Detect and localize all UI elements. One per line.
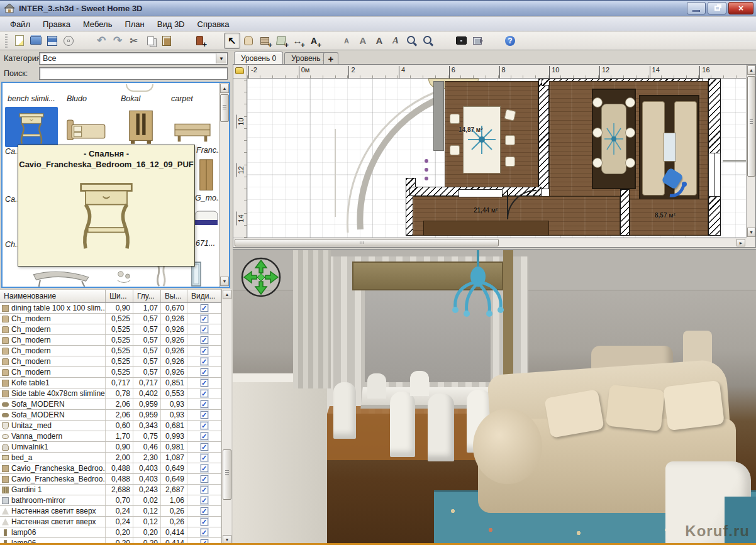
plan-horizontal-scrollbar[interactable]: ► (233, 238, 746, 247)
scroll-right-icon[interactable]: ► (737, 239, 745, 246)
visible-checkbox[interactable]: ✓ (201, 368, 208, 376)
catalog-item[interactable] (108, 267, 140, 288)
table-row[interactable]: Side table 40x78cm slimline 0,78 0,402 0… (0, 388, 221, 399)
toolbar-button[interactable] (158, 33, 175, 49)
toolbar-button[interactable] (289, 33, 306, 49)
catalog-item-label[interactable]: Ca... (5, 147, 18, 156)
toolbar-button[interactable] (126, 33, 142, 49)
toolbar-button[interactable] (306, 33, 322, 49)
restore-button[interactable] (708, 2, 726, 14)
table-row[interactable]: Unitaz_med 0,60 0,343 0,681 ✓ (0, 421, 221, 431)
visible-checkbox[interactable]: ✓ (201, 304, 208, 312)
toolbar-button[interactable] (77, 33, 93, 49)
catalog-item[interactable] (194, 206, 219, 228)
visible-checkbox[interactable]: ✓ (201, 422, 208, 429)
visible-checkbox[interactable]: ✓ (201, 358, 208, 365)
toolbar-button[interactable] (502, 33, 518, 49)
scroll-thumb[interactable] (235, 239, 499, 246)
visible-checkbox[interactable]: ✓ (201, 507, 208, 515)
visible-checkbox[interactable]: ✓ (201, 518, 208, 526)
catalog-item-label[interactable]: Ca... (5, 195, 18, 204)
catalog-item[interactable] (116, 108, 166, 146)
table-row[interactable]: Cavio_Francheska_Bedroo... 0,488 0,403 0… (0, 474, 221, 485)
toolbar-button[interactable] (208, 33, 224, 49)
toolbar-button[interactable] (191, 33, 208, 49)
visible-checkbox[interactable]: ✓ (201, 529, 208, 536)
visible-checkbox[interactable]: ✓ (201, 443, 208, 451)
catalog-item[interactable] (20, 267, 102, 288)
toolbar-button[interactable] (93, 33, 109, 49)
menu-item[interactable]: Вид 3D (151, 18, 191, 31)
toolbar-button[interactable] (338, 33, 355, 49)
scroll-thumb[interactable] (747, 76, 755, 177)
visible-checkbox[interactable]: ✓ (201, 400, 208, 408)
title-bar[interactable]: INTER_3.sh3d - Sweet Home 3D × (0, 0, 756, 16)
catalog-item-label[interactable]: Bokal (121, 94, 140, 103)
table-row[interactable]: Ch_modern 0,525 0,57 0,926 ✓ (0, 367, 221, 378)
table-row[interactable]: Cavio_Francheska_Bedroo... 0,488 0,403 0… (0, 463, 221, 474)
floor-plan-canvas[interactable]: 14,87 м² Гостиная 42,02 м² (247, 79, 746, 238)
visible-checkbox[interactable]: ✓ (201, 326, 208, 333)
menu-item[interactable]: Файл (4, 18, 36, 31)
toolbar-button[interactable] (404, 33, 420, 49)
furniture-list[interactable]: Наименование Ши... Глу... Вы... Види... … (0, 289, 231, 545)
column-header-name[interactable]: Наименование (0, 290, 106, 302)
table-row[interactable]: Umivalnik1 0,90 0,46 0,981 ✓ (0, 442, 221, 453)
toolbar-button[interactable] (60, 33, 77, 49)
visible-checkbox[interactable]: ✓ (201, 486, 208, 493)
catalog-item[interactable] (167, 114, 218, 145)
toolbar-button[interactable] (371, 33, 387, 49)
menu-item[interactable]: Справка (191, 18, 236, 31)
scroll-down-icon[interactable]: ▼ (747, 228, 755, 237)
catalog-item[interactable] (146, 263, 177, 288)
category-select[interactable]: Все ▼ (39, 52, 228, 65)
add-level-button[interactable]: + (323, 52, 338, 64)
visible-checkbox[interactable]: ✓ (201, 390, 208, 397)
scroll-thumb[interactable] (223, 449, 231, 500)
minimize-button[interactable] (687, 2, 706, 14)
plan-vertical-scrollbar[interactable]: ▲ ▼ (746, 65, 755, 238)
close-button[interactable]: × (728, 2, 753, 14)
chevron-down-icon[interactable]: ▼ (216, 53, 226, 63)
toolbar-grip[interactable] (5, 34, 8, 48)
menu-item[interactable]: План (118, 18, 150, 31)
toolbar-button[interactable] (322, 33, 338, 49)
table-row[interactable]: Sofa_MODERN 2,06 0,959 0,93 ✓ (0, 399, 221, 410)
table-row[interactable]: dining table 100 x 100 slim... 0,90 1,07… (0, 303, 221, 314)
scroll-up-icon[interactable]: ▲ (223, 290, 231, 299)
search-input[interactable] (39, 67, 228, 80)
column-header-width[interactable]: Ши... (106, 290, 133, 302)
visible-checkbox[interactable]: ✓ (201, 347, 208, 355)
table-row[interactable]: lamp06 0,20 0,20 0,414 ✓ (0, 527, 221, 538)
table-row[interactable]: Ch_modern 0,525 0,57 0,926 ✓ (0, 324, 221, 335)
toolbar-button[interactable] (436, 33, 453, 49)
visible-checkbox[interactable]: ✓ (201, 539, 208, 545)
catalog-item[interactable] (195, 157, 218, 194)
view3d-canvas[interactable]: Koruf.ru (233, 249, 756, 545)
plan-corner[interactable] (233, 65, 247, 79)
toolbar-button[interactable] (44, 33, 60, 49)
toolbar-button[interactable] (387, 33, 404, 49)
table-row[interactable]: bathroom-mirror 0,70 0,02 1,06 ✓ (0, 495, 221, 506)
navigation-compass[interactable] (240, 256, 282, 298)
menu-item[interactable]: Мебель (77, 18, 119, 31)
table-row[interactable]: Gardini 1 2,688 0,243 2,687 ✓ (0, 485, 221, 495)
toolbar-button[interactable] (420, 33, 436, 49)
catalog-item-selected[interactable] (5, 107, 58, 147)
table-row[interactable]: lamp06 0,20 0,20 0,414 ✓ (0, 538, 221, 545)
column-header-visible[interactable]: Види... (187, 290, 221, 302)
scroll-thumb[interactable] (220, 94, 229, 122)
table-row[interactable]: Vanna_modern 1,70 0,75 0,993 ✓ (0, 431, 221, 442)
catalog-item-label[interactable]: bench slimli... (8, 94, 55, 103)
visible-checkbox[interactable]: ✓ (201, 475, 208, 483)
toolbar-button[interactable] (486, 33, 502, 49)
toolbar-button[interactable] (224, 33, 240, 49)
toolbar-button[interactable] (175, 33, 191, 49)
catalog-scrollbar[interactable]: ▲ ▼ (219, 83, 229, 287)
toolbar-button[interactable] (28, 33, 44, 49)
visible-checkbox[interactable]: ✓ (201, 336, 208, 344)
visible-checkbox[interactable]: ✓ (201, 411, 208, 419)
scroll-down-icon[interactable]: ▼ (223, 535, 231, 544)
table-row[interactable]: Ch_modern 0,525 0,57 0,926 ✓ (0, 346, 221, 356)
table-row[interactable]: bed_a 2,00 2,30 1,087 ✓ (0, 453, 221, 463)
